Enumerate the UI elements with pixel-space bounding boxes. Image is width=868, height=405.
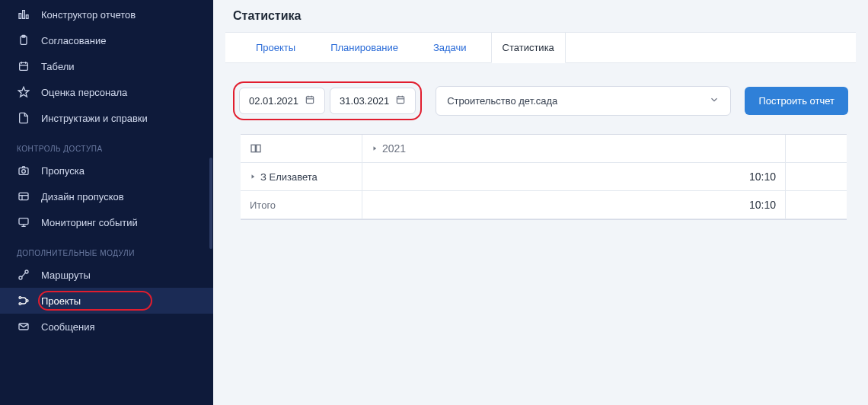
sidebar: Конструктор отчетов Согласование Табели … [0, 0, 213, 405]
row-value: 10:10 [749, 171, 776, 183]
sidebar-item-approval[interactable]: Согласование [0, 27, 213, 53]
svg-point-21 [19, 303, 21, 305]
svg-point-20 [19, 297, 21, 299]
mail-icon [17, 320, 30, 333]
sidebar-item-label: Маршруты [41, 269, 91, 281]
calendar-icon [17, 59, 30, 73]
svg-marker-34 [374, 147, 376, 151]
sidebar-item-label: Согласование [41, 35, 106, 46]
row-label: З Елизавета [260, 171, 318, 183]
year-header-label: 2021 [382, 142, 406, 155]
sidebar-item-label: Оценка персонала [41, 87, 127, 98]
sidebar-item-label: Инструктажи и справки [41, 113, 148, 124]
clipboard-icon [17, 33, 30, 47]
camera-icon [17, 164, 30, 177]
svg-marker-9 [18, 87, 28, 97]
date-from-picker[interactable]: 02.01.2021 [239, 88, 325, 114]
total-empty-cell [786, 191, 847, 218]
sidebar-item-label: Сообщения [41, 321, 95, 333]
svg-rect-0 [19, 14, 21, 19]
sidebar-item-event-monitoring[interactable]: Мониторинг событий [0, 209, 213, 235]
chevron-down-icon [709, 94, 720, 107]
sidebar-item-passes[interactable]: Пропуска [0, 158, 213, 183]
file-icon [17, 111, 30, 125]
sidebar-item-label: Пропуска [41, 165, 85, 177]
toolbar: 02.01.2021 31.03.2021 Строительство дет.… [213, 63, 868, 134]
sidebar-item-report-builder[interactable]: Конструктор отчетов [0, 2, 213, 27]
table-row[interactable]: З Елизавета 10:10 [241, 163, 847, 191]
svg-point-19 [25, 270, 28, 273]
project-select-value: Строительство дет.сада [447, 95, 557, 107]
sidebar-item-messages[interactable]: Сообщения [0, 314, 213, 340]
tab-statistics[interactable]: Статистика [491, 32, 566, 63]
sidebar-item-label: Конструктор отчетов [41, 9, 136, 21]
caret-right-icon [250, 174, 256, 180]
total-label: Итого [250, 199, 276, 211]
tab-tasks[interactable]: Задачи [423, 33, 477, 62]
sidebar-item-staff-eval[interactable]: Оценка персонала [0, 79, 213, 105]
svg-point-18 [19, 276, 22, 279]
sidebar-item-label: Мониторинг событий [41, 217, 138, 228]
report-table: 2021 З Елизавета 10:10 Итого [241, 134, 847, 220]
total-label-cell: Итого [241, 191, 362, 218]
monitor-icon [17, 215, 30, 229]
sidebar-item-briefings[interactable]: Инструктажи и справки [0, 105, 213, 131]
tabs: Проекты Планирование Задачи Статистика [225, 32, 856, 63]
row-empty-cell [786, 163, 847, 190]
sidebar-item-label: Табели [41, 61, 75, 72]
svg-rect-15 [19, 218, 28, 225]
svg-rect-24 [306, 97, 313, 104]
sidebar-item-projects[interactable]: Проекты [0, 288, 213, 314]
row-value-cell: 10:10 [362, 163, 786, 190]
sidebar-item-label: Проекты [41, 295, 81, 307]
sidebar-item-timesheets[interactable]: Табели [0, 53, 213, 79]
bar-chart-icon [17, 8, 30, 21]
caret-right-icon [372, 145, 378, 151]
svg-rect-10 [19, 168, 28, 175]
layout-icon [17, 190, 30, 203]
empty-header [786, 135, 847, 162]
sidebar-item-label: Дизайн пропусков [41, 191, 124, 202]
main-area: Статистика Проекты Планирование Задачи С… [213, 0, 868, 405]
year-column-header[interactable]: 2021 [362, 135, 786, 162]
sidebar-section-modules: ДОПОЛНИТЕЛЬНЫЕ МОДУЛИ [0, 235, 213, 262]
calendar-icon [395, 94, 406, 107]
svg-rect-2 [26, 15, 28, 19]
svg-rect-28 [397, 97, 404, 104]
route-icon [17, 268, 30, 282]
table-total-row: Итого 10:10 [241, 191, 847, 219]
date-from-value: 02.01.2021 [249, 95, 298, 107]
project-select[interactable]: Строительство дет.сада [436, 86, 731, 116]
svg-rect-12 [19, 193, 28, 199]
date-to-value: 31.03.2021 [340, 95, 389, 107]
calendar-icon [305, 94, 315, 107]
tab-planning[interactable]: Планирование [320, 33, 409, 62]
svg-rect-32 [251, 145, 255, 151]
scrollbar-thumb[interactable] [209, 158, 212, 249]
branch-icon [17, 294, 30, 308]
total-value: 10:10 [749, 199, 776, 211]
date-to-picker[interactable]: 31.03.2021 [330, 88, 416, 114]
sidebar-item-routes[interactable]: Маршруты [0, 262, 213, 288]
svg-marker-35 [252, 175, 254, 179]
svg-rect-1 [23, 11, 25, 19]
sidebar-item-pass-design[interactable]: Дизайн пропусков [0, 183, 213, 209]
svg-point-11 [22, 170, 26, 174]
total-value-cell: 10:10 [362, 191, 786, 218]
star-icon [17, 85, 30, 99]
row-name-cell[interactable]: З Елизавета [241, 163, 362, 190]
tab-projects[interactable]: Проекты [245, 33, 306, 62]
sidebar-section-access: КОНТРОЛЬ ДОСТУПА [0, 131, 213, 158]
svg-rect-33 [257, 145, 260, 151]
date-range-highlight: 02.01.2021 31.03.2021 [233, 81, 422, 120]
collapse-column-header[interactable] [241, 135, 362, 162]
table-header: 2021 [241, 135, 847, 163]
svg-rect-5 [20, 62, 28, 70]
page-title: Статистика [213, 0, 868, 32]
build-report-button[interactable]: Построить отчет [745, 87, 848, 115]
